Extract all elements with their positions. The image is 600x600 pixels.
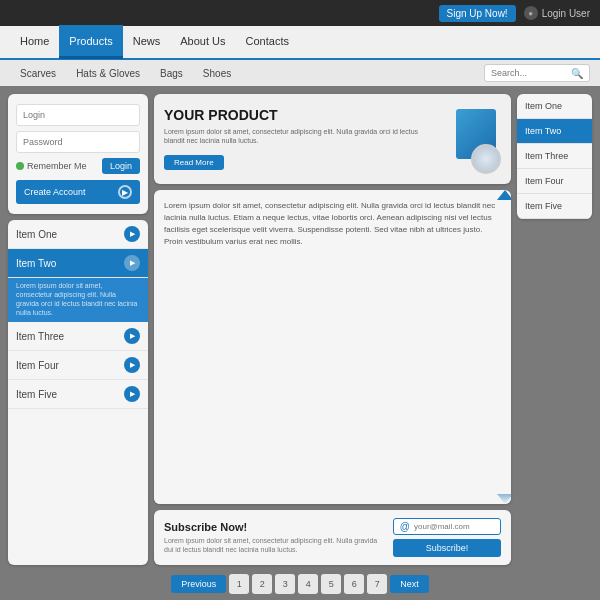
login-input[interactable] — [16, 104, 140, 126]
center-column: YOUR PRODUCT Lorem ipsum dolor sit amet,… — [154, 94, 511, 565]
left-column: Remember Me Login Create Account ▶ Item … — [8, 94, 148, 565]
sidebar-item-3[interactable]: Item Three — [517, 144, 592, 169]
play-icon-5: ▶ — [124, 386, 140, 402]
page-6[interactable]: 6 — [344, 574, 364, 594]
nav-home[interactable]: Home — [10, 25, 59, 59]
left-menu-active-desc: Lorem ipsum dolor sit amet, consectetur … — [8, 278, 148, 322]
subscribe-box: Subscribe Now! Lorem ipsum dolor sit ame… — [154, 510, 511, 565]
search-icon: 🔍 — [571, 68, 583, 79]
arrow-right-icon: ▶ — [118, 185, 132, 199]
text-content-box: Lorem ipsum dolor sit amet, consectetur … — [154, 190, 511, 504]
page-2[interactable]: 2 — [252, 574, 272, 594]
page-4[interactable]: 4 — [298, 574, 318, 594]
left-menu-item-1[interactable]: Item One ▶ — [8, 220, 148, 249]
nav-about[interactable]: About Us — [170, 25, 235, 59]
pagination: Previous 1 2 3 4 5 6 7 Next — [0, 569, 600, 600]
user-icon: ● — [524, 6, 538, 20]
subscribe-title: Subscribe Now! — [164, 521, 385, 533]
subnav-bags[interactable]: Bags — [150, 60, 193, 86]
page-3[interactable]: 3 — [275, 574, 295, 594]
sidebar-item-4[interactable]: Item Four — [517, 169, 592, 194]
page-7[interactable]: 7 — [367, 574, 387, 594]
play-icon-4: ▶ — [124, 357, 140, 373]
page-5[interactable]: 5 — [321, 574, 341, 594]
product-image — [441, 104, 501, 174]
product-title: YOUR PRODUCT — [164, 108, 433, 123]
play-icon-3: ▶ — [124, 328, 140, 344]
product-disc — [471, 144, 501, 174]
main-content: Remember Me Login Create Account ▶ Item … — [0, 86, 600, 569]
subscribe-desc: Lorem ipsum dolor sit amet, consectetur … — [164, 536, 385, 554]
next-button[interactable]: Next — [390, 575, 429, 593]
nav-news[interactable]: News — [123, 25, 171, 59]
text-body: Lorem ipsum dolor sit amet, consectetur … — [164, 200, 501, 248]
remember-dot — [16, 162, 24, 170]
product-banner: YOUR PRODUCT Lorem ipsum dolor sit amet,… — [154, 94, 511, 184]
nav-products[interactable]: Products — [59, 25, 122, 59]
remember-label[interactable]: Remember Me — [16, 161, 87, 171]
subnav-shoes[interactable]: Shoes — [193, 60, 241, 86]
left-menu-widget: Item One ▶ Item Two ▶ Lorem ipsum dolor … — [8, 220, 148, 565]
page-1[interactable]: 1 — [229, 574, 249, 594]
subscribe-input-col: @ Subscribe! — [393, 518, 501, 557]
nav-contacts[interactable]: Contacts — [236, 25, 299, 59]
subnav-hats[interactable]: Hats & Gloves — [66, 60, 150, 86]
play-icon-2: ▶ — [124, 255, 140, 271]
email-input[interactable] — [414, 522, 494, 531]
left-menu-item-5[interactable]: Item Five ▶ — [8, 380, 148, 409]
sidebar-item-5[interactable]: Item Five — [517, 194, 592, 219]
top-bar: Sign Up Now! ● Login User — [0, 0, 600, 26]
subscribe-button[interactable]: Subscribe! — [393, 539, 501, 557]
login-user-label: Login User — [542, 8, 590, 19]
login-user[interactable]: ● Login User — [524, 6, 590, 20]
remember-row: Remember Me Login — [16, 158, 140, 174]
sidebar-menu: Item One Item Two Item Three Item Four I… — [517, 94, 592, 219]
left-menu-item-3[interactable]: Item Three ▶ — [8, 322, 148, 351]
sidebar-item-2[interactable]: Item Two — [517, 119, 592, 144]
search-input[interactable] — [491, 68, 571, 78]
subnav-scarves[interactable]: Scarves — [10, 60, 66, 86]
login-widget: Remember Me Login Create Account ▶ — [8, 94, 148, 214]
email-at-icon: @ — [400, 521, 410, 532]
login-button[interactable]: Login — [102, 158, 140, 174]
sub-nav: Scarves Hats & Gloves Bags Shoes 🔍 — [0, 60, 600, 86]
left-menu-item-4[interactable]: Item Four ▶ — [8, 351, 148, 380]
scroll-up-icon[interactable] — [497, 190, 511, 200]
email-input-wrap[interactable]: @ — [393, 518, 501, 535]
product-text: YOUR PRODUCT Lorem ipsum dolor sit amet,… — [164, 108, 433, 171]
left-menu-item-2[interactable]: Item Two ▶ — [8, 249, 148, 278]
product-desc: Lorem ipsum dolor sit amet, consectetur … — [164, 127, 433, 145]
scroll-down-icon[interactable] — [497, 494, 511, 504]
signup-button[interactable]: Sign Up Now! — [439, 5, 516, 22]
search-box[interactable]: 🔍 — [484, 64, 590, 82]
subscribe-text: Subscribe Now! Lorem ipsum dolor sit ame… — [164, 521, 385, 554]
nav-bar: Home Products News About Us Contacts — [0, 26, 600, 60]
create-account-button[interactable]: Create Account ▶ — [16, 180, 140, 204]
play-icon-1: ▶ — [124, 226, 140, 242]
read-more-button[interactable]: Read More — [164, 155, 224, 170]
right-sidebar: Item One Item Two Item Three Item Four I… — [517, 94, 592, 565]
password-input[interactable] — [16, 131, 140, 153]
sidebar-item-1[interactable]: Item One — [517, 94, 592, 119]
prev-button[interactable]: Previous — [171, 575, 226, 593]
